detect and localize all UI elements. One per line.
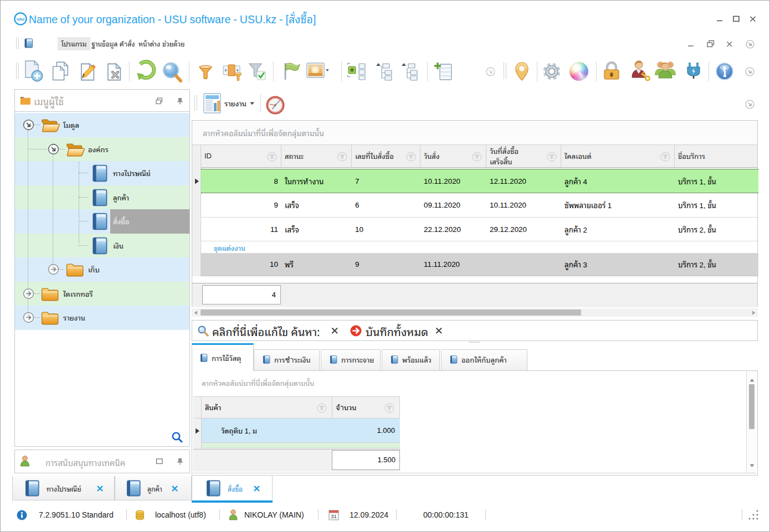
svg-text:31: 31 — [331, 513, 337, 519]
svg-text:usu: usu — [17, 17, 24, 22]
